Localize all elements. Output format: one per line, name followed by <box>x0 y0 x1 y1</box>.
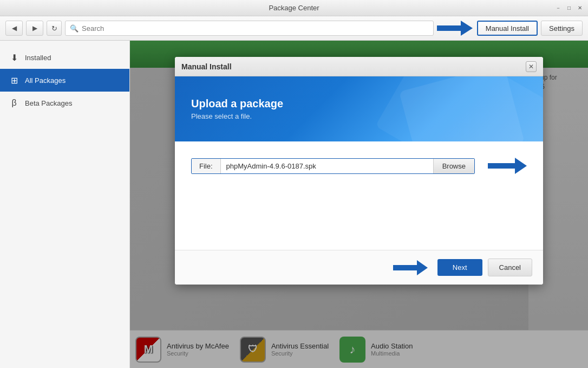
close-button[interactable]: ✕ <box>576 4 584 12</box>
modal-hero: Upload a package Please select a file. <box>175 76 543 141</box>
next-button[interactable]: Next <box>437 259 482 276</box>
next-arrow <box>393 260 428 275</box>
minimize-button[interactable]: － <box>554 4 562 12</box>
sidebar-item-installed[interactable]: ⬇ Installed <box>0 46 129 69</box>
search-box: 🔍 <box>65 21 434 36</box>
browse-button[interactable]: Browse <box>433 159 474 173</box>
modal-footer: Next Cancel <box>175 250 543 285</box>
sidebar: ⬇ Installed ⊞ All Packages β Beta Packag… <box>0 41 130 368</box>
cancel-button[interactable]: Cancel <box>488 259 532 276</box>
toolbar-right: Manual Install Settings <box>437 21 583 36</box>
modal-body: File: phpMyAdmin-4.9.6-0187.spk Browse <box>175 141 543 250</box>
browse-arrow <box>488 158 527 174</box>
sidebar-label-all-packages: All Packages <box>25 76 66 85</box>
file-label: File: <box>192 159 221 173</box>
search-icon: 🔍 <box>70 24 79 33</box>
modal-hero-heading: Upload a package <box>191 98 283 110</box>
modal-header: Manual Install ✕ <box>175 57 543 76</box>
modal-close-button[interactable]: ✕ <box>526 61 537 72</box>
window-title: Package Center <box>269 4 319 12</box>
main-layout: ⬇ Installed ⊞ All Packages β Beta Packag… <box>0 41 588 368</box>
back-button[interactable]: ◀ <box>5 21 23 36</box>
modal-overlay: Manual Install ✕ Upload a package Please… <box>130 41 588 368</box>
title-bar: Package Center － □ ✕ <box>0 0 588 16</box>
refresh-button[interactable]: ↻ <box>47 21 62 36</box>
settings-button[interactable]: Settings <box>541 21 583 36</box>
file-value: phpMyAdmin-4.9.6-0187.spk <box>221 159 433 173</box>
modal-title: Manual Install <box>181 62 232 71</box>
sidebar-item-beta-packages[interactable]: β Beta Packages <box>0 92 129 114</box>
search-input[interactable] <box>82 24 429 33</box>
file-row-container: File: phpMyAdmin-4.9.6-0187.spk Browse <box>191 158 527 174</box>
maximize-button[interactable]: □ <box>565 4 573 12</box>
all-packages-icon: ⊞ <box>9 75 19 86</box>
installed-icon: ⬇ <box>9 53 19 63</box>
content-area: ckup for365 M Antivirus by McAfee Securi… <box>130 41 588 368</box>
toolbar: ◀ ▶ ↻ 🔍 Manual Install Settings <box>0 16 588 41</box>
sidebar-label-installed: Installed <box>25 54 51 62</box>
beta-packages-icon: β <box>9 98 19 108</box>
modal-hero-text: Upload a package Please select a file. <box>191 98 283 120</box>
window-controls: － □ ✕ <box>554 4 584 12</box>
file-input-row: File: phpMyAdmin-4.9.6-0187.spk Browse <box>191 158 475 174</box>
manual-install-arrow <box>437 21 473 36</box>
forward-button[interactable]: ▶ <box>26 21 43 36</box>
sidebar-label-beta-packages: Beta Packages <box>25 99 72 107</box>
manual-install-button[interactable]: Manual Install <box>477 21 538 36</box>
sidebar-item-all-packages[interactable]: ⊞ All Packages <box>0 69 129 92</box>
manual-install-modal: Manual Install ✕ Upload a package Please… <box>175 57 543 285</box>
modal-hero-subtext: Please select a file. <box>191 112 283 120</box>
